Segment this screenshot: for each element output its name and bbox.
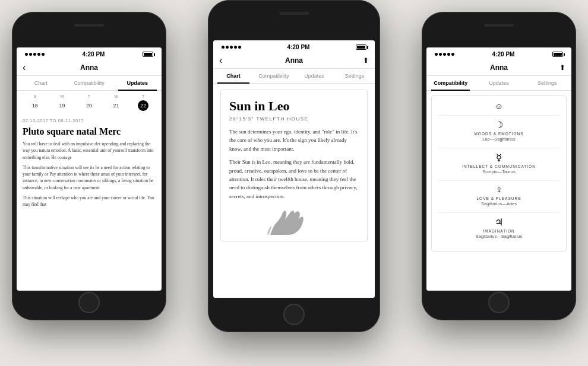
cal-day-2: T 20 [84,94,94,111]
tab-chart-left[interactable]: Chart [17,76,65,90]
smiley-icon: ☺ [438,102,560,112]
cal-day-1: M 19 [56,94,67,111]
compat-value-3: Sagittarius—Sagittarius [438,234,560,239]
status-bar-right: 4:20 PM [426,47,571,60]
compat-symbol-1: ☿ [438,152,560,163]
signal-dots-left [25,53,45,56]
tabs-left: Chart Compatibility Updates [17,76,162,91]
compat-item-2: ♀ LOVE & PLEASURE Sagittarius—Aries [438,184,560,206]
compat-label-3: IMAGINATION [438,229,560,233]
nav-bar-right: Anna ⬆ [426,60,571,76]
nav-title-center: Anna [285,56,303,65]
status-bar-left: 4:20 PM [17,47,162,60]
time-left: 4:20 PM [83,51,105,58]
tab-updates-center[interactable]: Updates [294,69,334,83]
battery-left [143,52,153,57]
compat-item-3: ♃ IMAGINATION Sagittarius—Sagittarius [438,217,560,239]
tab-settings-right[interactable]: Settings [523,76,571,90]
cal-day-0: S 18 [30,94,40,111]
status-bar-center: 4:20 PM [213,40,375,53]
tabs-right: Compatibility Updates Settings [426,76,571,91]
share-button-right[interactable]: ⬆ [559,63,565,72]
compat-value-2: Sagittarius—Aries [438,201,560,206]
tab-compat-center[interactable]: Compatibility [254,69,294,83]
signal-dots-center [222,46,241,49]
date-range: 07-10-2017 TO 08-11-2017 [23,118,156,123]
update-body-2: This transformative situation will see i… [23,164,156,191]
battery-center [356,44,366,50]
battery-right [552,52,563,57]
cal-day-4: T 22 [138,94,148,111]
compat-symbol-0: ☽ [438,119,560,131]
update-body-3: This situation will reshape who you are … [23,195,156,208]
compat-value-1: Scorpio—Taurus [438,169,560,174]
updates-content: 07-10-2017 TO 08-11-2017 Pluto square na… [17,113,162,216]
nav-title-left: Anna [80,63,98,72]
signal-dots-right [435,53,454,56]
calendar-week: S 18 M 19 T 20 W 21 T 22 [17,91,162,113]
compat-card: ☺ ☽ MOODS & EMOTIONS Leo—Sagittarius ☿ I… [431,96,567,252]
update-body-1: You will have to deal with an impulsive … [23,141,156,161]
chart-body-2: Their Sun is in Leo, meaning they are fu… [229,158,359,200]
tab-settings-center[interactable]: Settings [334,69,375,83]
phone-right: 4:20 PM Anna ⬆ Compatibility Updates Set… [422,12,576,320]
center-content: Sun in Leo 28°15'3" TWELFTH HOUSE The su… [213,84,375,298]
compat-symbol-3: ♃ [438,217,560,228]
tab-chart-center[interactable]: Chart [213,69,254,83]
tab-updates-left[interactable]: Updates [113,76,162,90]
tabs-center: Chart Compatibility Updates Settings [213,69,375,84]
back-button-left[interactable]: ‹ [23,62,26,73]
tab-compat-right[interactable]: Compatibility [426,76,475,90]
time-center: 4:20 PM [287,44,310,50]
compat-value-0: Leo—Sagittarius [438,136,560,142]
hand-illustration [258,205,330,235]
phone-center-screen: 4:20 PM ‹ Anna ⬆ Chart Compatibility Upd… [213,40,375,298]
nav-bar-left: ‹ Anna [17,60,162,76]
phone-right-screen: 4:20 PM Anna ⬆ Compatibility Updates Set… [426,47,571,291]
compat-symbol-2: ♀ [438,184,560,195]
compat-item-1: ☿ INTELLECT & COMMUNICATION Scorpio—Taur… [438,152,560,174]
left-content: S 18 M 19 T 20 W 21 T 22 [17,91,162,291]
chart-card: Sun in Leo 28°15'3" TWELFTH HOUSE The su… [220,90,368,241]
chart-subheading: 28°15'3" TWELFTH HOUSE [229,116,359,122]
nav-title-right: Anna [490,63,508,72]
chart-body-1: The sun determines your ego, identity, a… [229,128,359,153]
time-right: 4:20 PM [492,51,515,58]
update-title: Pluto square natal Merc [23,126,156,137]
tab-updates-right[interactable]: Updates [475,76,523,90]
compat-label-2: LOVE & PLEASURE [438,196,560,200]
compat-label-1: INTELLECT & COMMUNICATION [438,164,560,168]
chart-hand-image [229,205,359,235]
phone-left-screen: 4:20 PM ‹ Anna Chart Compatibility Updat… [17,47,162,291]
back-button-center[interactable]: ‹ [219,55,222,66]
chart-heading: Sun in Leo [229,98,359,114]
cal-day-3: W 21 [111,94,122,111]
tab-compat-left[interactable]: Compatibility [65,76,113,90]
right-content: ☺ ☽ MOODS & EMOTIONS Leo—Sagittarius ☿ I… [426,91,571,291]
phone-center: 4:20 PM ‹ Anna ⬆ Chart Compatibility Upd… [208,0,380,332]
nav-bar-center: ‹ Anna ⬆ [213,53,375,69]
share-button-center[interactable]: ⬆ [363,56,369,65]
phone-left: 4:20 PM ‹ Anna Chart Compatibility Updat… [12,12,166,320]
compat-label-0: MOODS & EMOTIONS [438,132,560,136]
compat-item-0: ☽ MOODS & EMOTIONS Leo—Sagittarius [438,119,560,142]
